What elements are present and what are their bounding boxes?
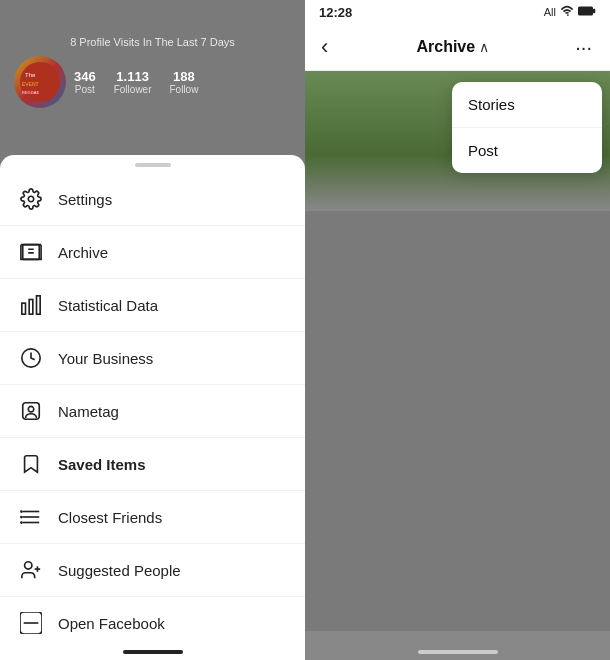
right-status-bar: 12:28 All xyxy=(305,0,610,24)
posts-stat: 346 Post xyxy=(74,69,96,95)
list-icon xyxy=(18,504,44,530)
bar-chart-icon xyxy=(18,292,44,318)
posts-label: Post xyxy=(74,84,96,95)
all-label-right: All xyxy=(544,6,556,18)
followers-label: Follower xyxy=(114,84,152,95)
menu-item-saved-items[interactable]: Saved Items xyxy=(0,438,305,491)
svg-text:REGGAE: REGGAE xyxy=(22,90,39,95)
followers-stat: 1.113 Follower xyxy=(114,69,152,95)
dropdown-item-stories[interactable]: Stories xyxy=(452,82,602,128)
svg-rect-26 xyxy=(578,7,593,16)
svg-point-21 xyxy=(25,562,32,569)
svg-text:The: The xyxy=(25,72,36,78)
svg-point-19 xyxy=(20,516,23,519)
statistical-data-label: Statistical Data xyxy=(58,297,158,314)
menu-item-your-business[interactable]: Your Business xyxy=(0,332,305,385)
menu-sheet: Settings Archive Statistical Data Your B… xyxy=(0,155,305,660)
bookmark-icon xyxy=(18,451,44,477)
menu-item-archive[interactable]: Archive xyxy=(0,226,305,279)
right-status-icons: All xyxy=(544,4,596,20)
following-label: Follow xyxy=(170,84,199,95)
profile-visits-text: 8 Profile Visits In The Last 7 Days xyxy=(14,36,291,48)
gear-icon xyxy=(18,186,44,212)
svg-rect-11 xyxy=(37,296,41,314)
right-time: 12:28 xyxy=(319,5,352,20)
svg-rect-10 xyxy=(29,300,33,315)
right-background-area xyxy=(305,211,610,631)
nametag-icon xyxy=(18,398,44,424)
profile-numbers: 346 Post 1.113 Follower 188 Follow xyxy=(74,69,291,95)
svg-text:EVENT: EVENT xyxy=(22,81,39,87)
svg-rect-27 xyxy=(593,9,595,14)
menu-item-closest-friends[interactable]: Closest Friends xyxy=(0,491,305,544)
person-add-icon xyxy=(18,557,44,583)
facebook-icon xyxy=(18,610,44,636)
menu-item-settings[interactable]: Settings xyxy=(0,173,305,226)
archive-label: Archive xyxy=(58,244,108,261)
home-indicator-right xyxy=(418,650,498,654)
svg-point-6 xyxy=(28,196,34,202)
archive-title-wrap: Archive ∧ xyxy=(416,38,489,56)
business-icon xyxy=(18,345,44,371)
settings-label: Settings xyxy=(58,191,112,208)
svg-point-20 xyxy=(20,521,23,524)
menu-item-open-facebook[interactable]: Open Facebook xyxy=(0,597,305,649)
menu-item-suggested-people[interactable]: Suggested People xyxy=(0,544,305,597)
right-panel: 12:28 All ‹ Archive ∧ ··· Stories Post xyxy=(305,0,610,660)
avatar: The EVENT REGGAE xyxy=(14,56,66,108)
archive-dropdown: Stories Post xyxy=(452,82,602,173)
dropdown-item-post[interactable]: Post xyxy=(452,128,602,173)
suggested-people-label: Suggested People xyxy=(58,562,181,579)
svg-rect-8 xyxy=(23,245,40,260)
profile-stats-row: The EVENT REGGAE 346 Post 1.113 Follower… xyxy=(14,56,291,108)
chevron-down-icon: ∧ xyxy=(479,39,489,55)
wifi-icon-right xyxy=(560,4,574,20)
menu-item-nametag[interactable]: Nametag xyxy=(0,385,305,438)
menu-item-statistical-data[interactable]: Statistical Data xyxy=(0,279,305,332)
archive-header: ‹ Archive ∧ ··· xyxy=(305,24,610,71)
svg-point-18 xyxy=(20,510,23,513)
following-count: 188 xyxy=(170,69,199,84)
sheet-handle xyxy=(135,163,171,167)
following-stat: 188 Follow xyxy=(170,69,199,95)
battery-icon-right xyxy=(578,5,596,19)
open-facebook-label: Open Facebook xyxy=(58,615,165,632)
svg-point-14 xyxy=(28,406,34,412)
svg-rect-9 xyxy=(22,303,26,314)
more-options-button[interactable]: ··· xyxy=(571,34,596,61)
profile-area: 8 Profile Visits In The Last 7 Days The … xyxy=(0,28,305,116)
left-panel: 12:27 All 8 Profile Visits In The Last 7… xyxy=(0,0,305,660)
closest-friends-label: Closest Friends xyxy=(58,509,162,526)
your-business-label: Your Business xyxy=(58,350,153,367)
posts-count: 346 xyxy=(74,69,96,84)
archive-title: Archive xyxy=(416,38,475,56)
home-indicator xyxy=(123,650,183,654)
nametag-label: Nametag xyxy=(58,403,119,420)
archive-icon xyxy=(18,239,44,265)
back-button[interactable]: ‹ xyxy=(315,32,334,62)
saved-items-label: Saved Items xyxy=(58,456,146,473)
followers-count: 1.113 xyxy=(114,69,152,84)
